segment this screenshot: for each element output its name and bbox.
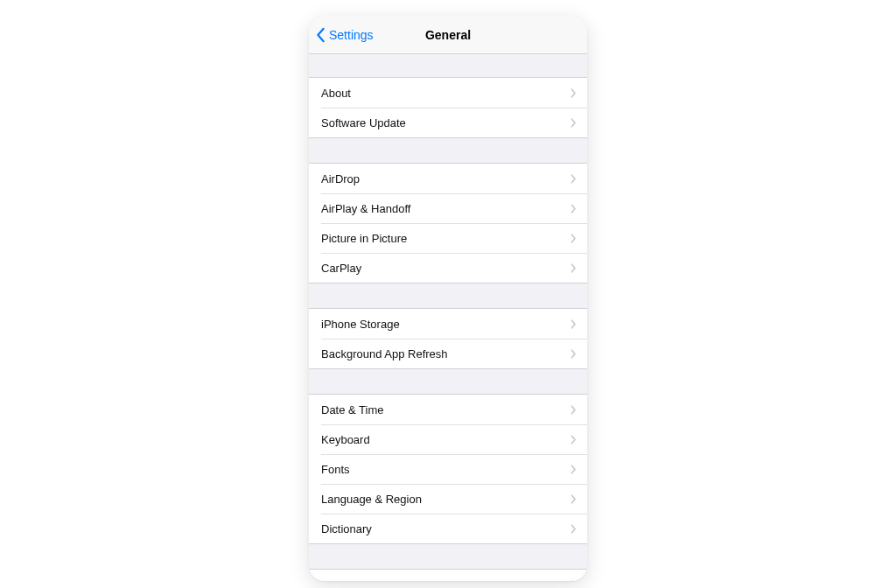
row-label: Language & Region [321,493,570,506]
chevron-right-icon [570,435,577,444]
chevron-left-icon [316,27,326,43]
back-button[interactable]: Settings [316,27,374,43]
chevron-right-icon [570,88,577,98]
chevron-right-icon [570,263,577,273]
row-vpn[interactable]: VPN Not Connected [309,570,587,581]
device-frame: Settings General About Software Update A… [309,16,587,581]
navbar: Settings General [309,16,587,54]
chevron-right-icon [570,494,577,504]
row-airdrop[interactable]: AirDrop [309,164,587,193]
row-label: CarPlay [321,262,570,275]
row-fonts[interactable]: Fonts [309,454,587,484]
chevron-right-icon [570,524,577,534]
row-iphone-storage[interactable]: iPhone Storage [309,309,587,339]
row-label: Background App Refresh [321,347,570,360]
chevron-right-icon [570,349,577,359]
row-label: VPN [321,578,489,582]
chevron-right-icon [570,234,577,243]
row-label: AirDrop [321,172,570,186]
chevron-right-icon [570,405,577,415]
row-picture-in-picture[interactable]: Picture in Picture [309,223,587,253]
row-label: AirPlay & Handoff [321,202,570,215]
settings-group: iPhone Storage Background App Refresh [309,308,587,369]
page-title: General [425,28,471,42]
settings-group: Date & Time Keyboard Fonts Language & Re… [309,394,587,544]
row-airplay-handoff[interactable]: AirPlay & Handoff [309,193,587,223]
row-language-region[interactable]: Language & Region [309,484,587,514]
chevron-right-icon [570,580,577,582]
chevron-right-icon [570,118,577,128]
row-label: About [321,87,570,100]
row-about[interactable]: About [309,78,587,108]
chevron-right-icon [570,319,577,329]
row-carplay[interactable]: CarPlay [309,253,587,283]
chevron-right-icon [570,465,577,474]
row-dictionary[interactable]: Dictionary [309,514,587,543]
row-label: Picture in Picture [321,232,570,245]
settings-list: About Software Update AirDrop AirPlay & … [309,54,587,581]
settings-group: About Software Update [309,77,587,138]
row-label: Keyboard [321,433,570,446]
settings-group: AirDrop AirPlay & Handoff Picture in Pic… [309,163,587,284]
row-label: Date & Time [321,403,570,416]
chevron-right-icon [570,174,577,184]
back-label: Settings [329,28,374,42]
row-label: Dictionary [321,522,570,536]
row-label: Fonts [321,463,570,476]
row-label: iPhone Storage [321,318,570,331]
row-background-app-refresh[interactable]: Background App Refresh [309,339,587,368]
row-value: Not Connected [489,578,565,582]
chevron-right-icon [570,204,577,214]
row-label: Software Update [321,116,570,130]
settings-group: VPN Not Connected [309,569,587,581]
row-keyboard[interactable]: Keyboard [309,424,587,454]
row-date-time[interactable]: Date & Time [309,395,587,424]
row-software-update[interactable]: Software Update [309,108,587,137]
